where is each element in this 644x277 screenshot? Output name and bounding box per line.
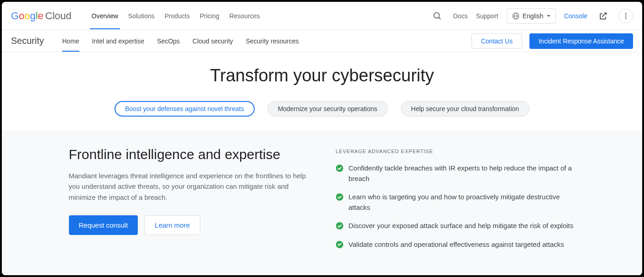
svg-point-0 <box>434 12 439 18</box>
hero-title: Transform your cybersecurity <box>2 66 642 85</box>
subnav-home[interactable]: Home <box>62 31 79 51</box>
console-link[interactable]: Console <box>564 12 587 20</box>
svg-point-6 <box>625 15 627 16</box>
content-section: Frontline intelligence and expertise Man… <box>2 130 642 275</box>
pill-modernize-ops[interactable]: Modernize your security operations <box>267 101 388 117</box>
request-consult-button[interactable]: Request consult <box>69 215 138 235</box>
svg-point-5 <box>625 13 627 14</box>
language-label: English <box>523 12 544 20</box>
nav-overview[interactable]: Overview <box>92 3 118 29</box>
top-header: Google Cloud Overview Solutions Products… <box>2 2 642 30</box>
pill-row: Boost your defenses against novel threat… <box>2 96 642 130</box>
bullet-list: Confidently tackle breaches with IR expe… <box>336 163 576 250</box>
check-icon <box>336 241 343 248</box>
section-heading: Frontline intelligence and expertise <box>69 147 309 162</box>
bullet-text: Learn who is targeting you and how to pr… <box>349 192 576 213</box>
incident-response-button[interactable]: Incident Response Assistance <box>529 33 633 49</box>
nav-solutions[interactable]: Solutions <box>128 3 155 29</box>
chevron-down-icon <box>546 14 551 18</box>
list-item: Validate controls and operational effect… <box>336 240 576 250</box>
list-item: Discover your exposed attack surface and… <box>336 221 576 231</box>
bullet-text: Confidently tackle breaches with IR expe… <box>349 163 576 184</box>
more-button[interactable] <box>618 9 633 23</box>
sub-title: Security <box>11 36 44 46</box>
support-link[interactable]: Support <box>476 12 498 20</box>
subnav-secops[interactable]: SecOps <box>157 31 180 51</box>
section-right: LEVERAGE ADVANCED EXPERTISE Confidently … <box>336 147 576 258</box>
secondary-nav: Home Intel and expertise SecOps Cloud se… <box>62 31 298 51</box>
primary-nav: Overview Solutions Products Pricing Reso… <box>92 3 260 29</box>
section-left: Frontline intelligence and expertise Man… <box>69 147 309 258</box>
sub-header: Security Home Intel and expertise SecOps… <box>2 30 642 52</box>
list-item: Learn who is targeting you and how to pr… <box>336 192 576 213</box>
check-icon <box>336 222 343 229</box>
more-vert-icon <box>622 12 629 20</box>
docs-link[interactable]: Docs <box>453 12 468 20</box>
right-heading: LEVERAGE ADVANCED EXPERTISE <box>336 149 576 154</box>
search-button[interactable] <box>429 8 445 24</box>
nav-pricing[interactable]: Pricing <box>200 3 220 29</box>
contact-us-button[interactable]: Contact Us <box>471 33 522 49</box>
search-icon <box>432 11 442 21</box>
share-button[interactable] <box>596 9 610 23</box>
section-body: Mandiant leverages threat intelligence a… <box>69 170 309 202</box>
hero: Transform your cybersecurity <box>2 52 642 96</box>
pill-secure-cloud[interactable]: Help secure your cloud transformation <box>401 101 530 117</box>
svg-point-7 <box>625 17 627 19</box>
subnav-cloud-security[interactable]: Cloud security <box>193 31 233 51</box>
svg-line-1 <box>439 17 440 19</box>
share-icon <box>598 11 607 21</box>
nav-products[interactable]: Products <box>164 3 189 29</box>
language-selector[interactable]: English <box>507 8 556 24</box>
subnav-resources[interactable]: Security resources <box>246 31 299 51</box>
logo-cloud-text: Cloud <box>45 10 71 22</box>
learn-more-button[interactable]: Learn more <box>144 215 200 235</box>
pill-boost-defenses[interactable]: Boost your defenses against novel threat… <box>115 101 255 117</box>
bullet-text: Discover your exposed attack surface and… <box>349 221 574 231</box>
subnav-intel[interactable]: Intel and expertise <box>92 31 144 51</box>
globe-icon <box>512 12 520 20</box>
list-item: Confidently tackle breaches with IR expe… <box>336 163 576 184</box>
bullet-text: Validate controls and operational effect… <box>349 240 564 250</box>
nav-resources[interactable]: Resources <box>230 3 260 29</box>
check-icon <box>336 165 343 172</box>
check-icon <box>336 193 343 201</box>
google-cloud-logo[interactable]: Google Cloud <box>11 10 72 22</box>
